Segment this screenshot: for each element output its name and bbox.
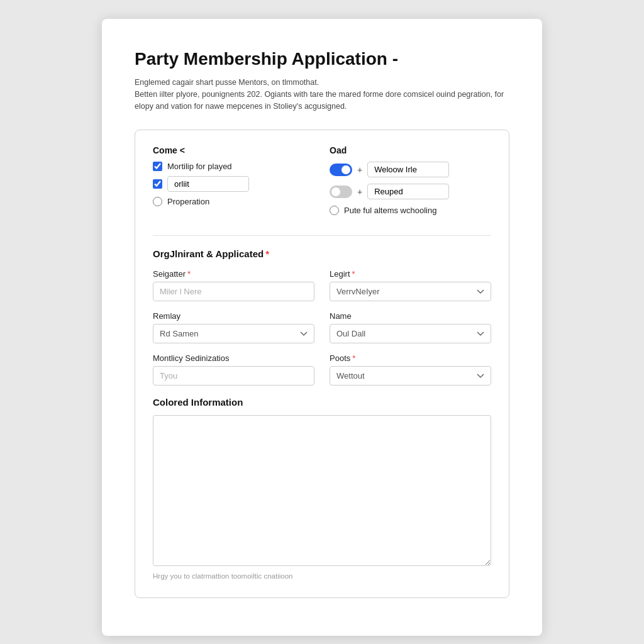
label-seigatter: Seigatter* bbox=[153, 269, 314, 279]
select-legirt[interactable]: VerrvNeIyer bbox=[330, 282, 491, 301]
label-legirt: Legirt* bbox=[330, 269, 491, 279]
field-poots: Poots* Wettout bbox=[330, 353, 491, 386]
radio-1-label: Properation bbox=[167, 197, 209, 206]
checkbox-2-input[interactable] bbox=[167, 176, 249, 192]
required-star-section: * bbox=[265, 248, 269, 259]
checkbox-row-1: Mortilip for played bbox=[153, 162, 314, 171]
radio-row-1: Properation bbox=[153, 197, 314, 206]
input-seigatter[interactable] bbox=[153, 282, 314, 301]
toggle-row-2: + bbox=[330, 184, 491, 199]
toggle-2-input[interactable] bbox=[367, 184, 449, 199]
toggle-row-1: + bbox=[330, 162, 491, 177]
label-name: Name bbox=[330, 311, 491, 321]
radio-right-1[interactable] bbox=[330, 206, 339, 215]
checkbox-row-2 bbox=[153, 176, 314, 192]
divider-1 bbox=[153, 235, 491, 236]
field-remlay: Remlay Rd Samen bbox=[153, 311, 314, 343]
page-title: Party Membership Application - bbox=[135, 49, 509, 69]
colored-info-textarea[interactable] bbox=[153, 415, 491, 566]
label-montlicy: Montlicy Sedinizatios bbox=[153, 353, 314, 363]
label-remlay: Remlay bbox=[153, 311, 314, 321]
toggle-2-plus: + bbox=[357, 187, 362, 197]
input-montlicy[interactable] bbox=[153, 366, 314, 386]
form-card: Come < Mortilip for played Properation O… bbox=[135, 130, 509, 598]
radio-row-right-1: Pute ful altems wchooling bbox=[330, 206, 491, 215]
colored-info-hint: Hrgy you to clatrmattion toomoiltic cnat… bbox=[153, 572, 491, 580]
toggle-1-input[interactable] bbox=[367, 162, 449, 177]
label-poots: Poots* bbox=[330, 353, 491, 363]
select-remlay[interactable]: Rd Samen bbox=[153, 324, 314, 343]
toggle-1[interactable] bbox=[330, 164, 352, 176]
colored-info-section: Colored Information Hrgy you to clatrmat… bbox=[153, 397, 491, 580]
field-montlicy: Montlicy Sedinizatios bbox=[153, 353, 314, 386]
checkbox-1-label: Mortilip for played bbox=[167, 162, 232, 171]
select-poots[interactable]: Wettout bbox=[330, 366, 491, 386]
field-seigatter: Seigatter* bbox=[153, 269, 314, 301]
radio-right-1-label: Pute ful altems wchooling bbox=[344, 206, 436, 215]
checkbox-1[interactable] bbox=[153, 162, 162, 171]
form-grid: Seigatter* Legirt* VerrvNeIyer Remlay Rd… bbox=[153, 269, 491, 386]
checkbox-2[interactable] bbox=[153, 179, 162, 189]
toggle-2[interactable] bbox=[330, 186, 352, 198]
page-description: Englemed cagair shart pusse Mentors, on … bbox=[135, 77, 509, 112]
form-section-title: OrgJlnirant & Applicated* bbox=[153, 248, 491, 259]
page-container: Party Membership Application - Englemed … bbox=[102, 19, 542, 636]
select-name[interactable]: Oul Dall bbox=[330, 324, 491, 343]
options-left-header: Come < bbox=[153, 145, 314, 155]
toggle-1-plus: + bbox=[357, 165, 362, 175]
field-name: Name Oul Dall bbox=[330, 311, 491, 343]
options-left: Come < Mortilip for played Properation bbox=[153, 145, 314, 220]
options-section: Come < Mortilip for played Properation O… bbox=[153, 145, 491, 220]
colored-info-title: Colored Information bbox=[153, 397, 491, 408]
radio-1[interactable] bbox=[153, 197, 162, 206]
options-right: Oad + + bbox=[330, 145, 491, 220]
field-legirt: Legirt* VerrvNeIyer bbox=[330, 269, 491, 301]
options-right-header: Oad bbox=[330, 145, 491, 155]
